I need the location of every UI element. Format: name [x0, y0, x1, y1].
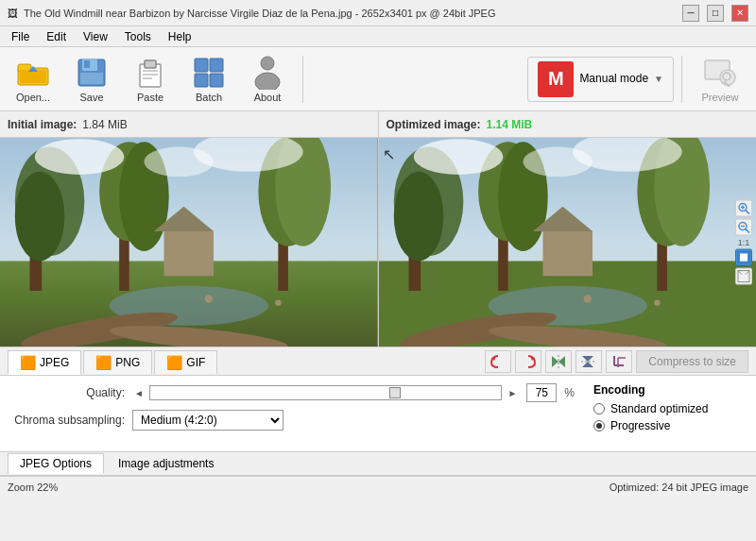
zoom-custom-button[interactable]: [735, 268, 752, 285]
undo-button[interactable]: [485, 350, 511, 373]
encoding-progressive-radio[interactable]: [593, 420, 605, 431]
tab-jpeg[interactable]: 🟧 JPEG: [8, 350, 81, 375]
menu-edit[interactable]: Edit: [39, 28, 74, 45]
tab-image-adjustments[interactable]: Image adjustments: [106, 453, 226, 474]
preview-icon: [703, 56, 737, 90]
quality-label: Quality:: [11, 386, 125, 399]
svg-point-62: [583, 295, 591, 302]
slider-left-arrow[interactable]: ◄: [132, 388, 146, 398]
toolbar-separator-1: [302, 56, 303, 103]
png-icon: 🟧: [95, 355, 112, 370]
svg-rect-10: [143, 74, 158, 76]
compress-to-size-button[interactable]: Compress to size: [636, 350, 748, 373]
svg-rect-55: [542, 231, 593, 276]
svg-point-63: [654, 299, 660, 305]
svg-point-17: [255, 73, 280, 90]
menu-help[interactable]: Help: [161, 28, 199, 45]
quality-slider-thumb[interactable]: [389, 387, 401, 398]
minimize-button[interactable]: ─: [682, 5, 699, 22]
toolbar-separator-2: [681, 56, 682, 103]
quality-value-input[interactable]: [526, 383, 557, 402]
svg-line-65: [746, 210, 749, 213]
initial-image-canvas[interactable]: [0, 138, 378, 347]
manual-mode-label: Manual mode: [579, 72, 648, 87]
svg-rect-2: [20, 70, 46, 83]
initial-size: 1.84 MiB: [82, 118, 127, 131]
zoom-out-button[interactable]: [735, 218, 752, 235]
options-panel: Quality: ◄ ► % Chroma subsampling: None …: [0, 376, 756, 451]
svg-marker-82: [582, 362, 593, 367]
batch-icon: [192, 56, 226, 90]
encoding-standard-row: Standard optimized: [593, 402, 745, 415]
manual-mode-icon: M: [538, 61, 574, 97]
crop-button[interactable]: [606, 350, 632, 373]
quality-row: Quality: ◄ ► %: [11, 383, 575, 402]
svg-rect-34: [163, 231, 214, 276]
encoding-progressive-label: Progressive: [610, 419, 670, 432]
action-buttons: Compress to size: [485, 350, 748, 373]
save-label: Save: [79, 92, 103, 103]
open-button[interactable]: Open...: [6, 52, 60, 107]
optimized-image-canvas[interactable]: ↖: [379, 138, 757, 347]
encoding-progressive-row: Progressive: [593, 419, 745, 432]
batch-label: Batch: [196, 92, 222, 103]
svg-marker-78: [552, 356, 558, 367]
tab-jpeg-options[interactable]: JPEG Options: [8, 453, 104, 474]
svg-rect-72: [740, 254, 747, 262]
menu-view[interactable]: View: [76, 28, 115, 45]
manual-mode-button[interactable]: M Manual mode ▼: [527, 57, 674, 102]
svg-point-59: [413, 139, 503, 175]
menu-tools[interactable]: Tools: [117, 28, 159, 45]
redo-button[interactable]: [515, 350, 541, 373]
chroma-row: Chroma subsampling: None (4:4:4) Low (4:…: [11, 410, 575, 431]
svg-line-69: [746, 228, 749, 232]
svg-rect-14: [195, 74, 208, 87]
info-status: Optimized: 24 bit JPEG image: [610, 482, 748, 493]
maximize-button[interactable]: □: [707, 5, 724, 22]
zoom-controls: 1:1: [735, 199, 752, 285]
tab-gif-label: GIF: [186, 356, 205, 369]
bottom-tabs: JPEG Options Image adjustments: [0, 451, 756, 476]
titlebar: 🖼 The Old Windmill near Barbizon by Narc…: [0, 0, 756, 26]
quality-slider-track[interactable]: [149, 385, 503, 400]
quality-slider-container: ◄ ►: [132, 385, 519, 400]
flip-h-button[interactable]: [545, 350, 572, 373]
preview-label: Preview: [701, 92, 738, 103]
titlebar-left: 🖼 The Old Windmill near Barbizon by Narc…: [8, 8, 496, 19]
tab-png[interactable]: 🟧 PNG: [83, 350, 152, 374]
about-button[interactable]: About: [240, 52, 295, 107]
menubar: File Edit View Tools Help: [0, 26, 756, 47]
tab-jpeg-options-label: JPEG Options: [20, 457, 92, 470]
format-tabs-bar: 🟧 JPEG 🟧 PNG 🟧 GIF: [0, 347, 756, 376]
save-button[interactable]: Save: [64, 52, 119, 107]
svg-line-74: [738, 271, 742, 275]
preview-button[interactable]: Preview: [690, 52, 750, 107]
tab-png-label: PNG: [115, 356, 140, 369]
statusbar: Zoom 22% Optimized: 24 bit JPEG image: [0, 476, 756, 497]
about-label: About: [254, 92, 282, 103]
paste-button[interactable]: Paste: [123, 52, 178, 107]
optimized-panel-header: Optimized image: 1.14 MiB: [379, 111, 757, 138]
zoom-in-button[interactable]: [735, 199, 752, 216]
tab-gif[interactable]: 🟧 GIF: [154, 350, 217, 374]
jpeg-icon: 🟧: [20, 355, 36, 370]
close-button[interactable]: ✕: [731, 5, 748, 22]
slider-right-arrow[interactable]: ►: [506, 388, 519, 398]
svg-point-27: [15, 172, 65, 262]
svg-point-40: [144, 147, 214, 178]
batch-button[interactable]: Batch: [181, 52, 236, 107]
flip-v-button[interactable]: [576, 350, 602, 373]
encoding-standard-radio[interactable]: [593, 403, 605, 414]
svg-point-48: [393, 172, 443, 262]
svg-rect-15: [210, 74, 223, 87]
window-title: The Old Windmill near Barbizon by Narcis…: [24, 8, 496, 19]
menu-file[interactable]: File: [4, 28, 37, 45]
open-label: Open...: [16, 92, 50, 103]
svg-point-61: [523, 147, 593, 178]
tab-jpeg-label: JPEG: [40, 356, 69, 369]
about-icon: [250, 56, 284, 90]
zoom-ratio-label: 1:1: [735, 237, 752, 247]
svg-rect-13: [210, 59, 223, 72]
chroma-select[interactable]: None (4:4:4) Low (4:1:1) Medium (4:2:0) …: [132, 410, 284, 431]
zoom-fit-button[interactable]: [735, 249, 752, 266]
